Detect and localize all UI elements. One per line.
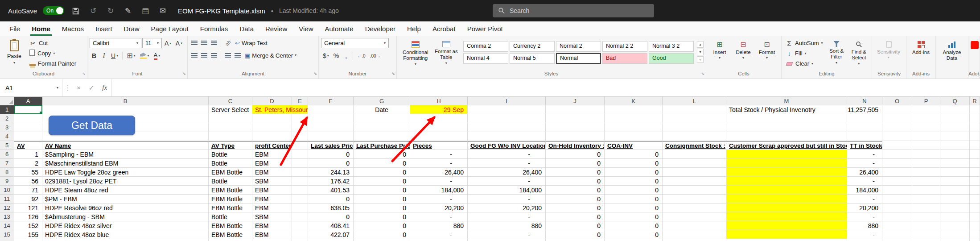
menu-tab-page-layout[interactable]: Page Layout [145,21,194,36]
cell-N10[interactable]: 184,000 [847,186,882,195]
cell-F2[interactable] [308,114,354,123]
cell-N15[interactable]: - [847,230,882,239]
format-cells-button[interactable]: ⊡Format▾ [756,38,778,70]
cell-C10[interactable]: EBM Bottle [209,186,252,195]
cell-M11[interactable] [726,195,847,204]
cell-J15[interactable]: 0 [546,230,605,239]
cell-Q9[interactable] [940,177,970,186]
style-good[interactable]: Good [649,53,694,64]
cell-Q10[interactable] [940,186,970,195]
cell-N3[interactable] [847,123,882,132]
cell-I2[interactable] [468,114,546,123]
cell-Q8[interactable] [940,168,970,177]
cell-D6[interactable]: EBM [252,150,292,159]
cell-Q12[interactable] [940,204,970,212]
cell-M12[interactable] [726,204,847,212]
cell-Q7[interactable] [940,159,970,168]
cell-M7[interactable] [726,159,847,168]
cell-F3[interactable] [308,123,354,132]
cell-C3[interactable] [209,123,252,132]
row-header-6[interactable]: 6 [0,150,14,159]
column-header-R[interactable]: R [970,97,980,105]
cell-G13[interactable]: 0 [354,212,410,221]
cell-C1[interactable]: Server Select [209,105,252,114]
cell-H6[interactable]: - [410,150,468,159]
cell-A9[interactable]: 56 [14,177,42,186]
cell-H8[interactable]: 26,400 [410,168,468,177]
italic-button[interactable]: I [99,51,108,61]
cell-K5[interactable]: COA-INV [605,141,663,150]
cell-A10[interactable]: 71 [14,186,42,195]
menu-tab-insert[interactable]: Insert [90,21,118,36]
cell-J1[interactable] [546,105,605,114]
cell-R13[interactable] [970,212,980,221]
cell-N16[interactable] [847,239,882,241]
cell-B16[interactable] [42,239,209,241]
cell-L5[interactable]: Consignment Stock : [663,141,726,150]
cell-F14[interactable]: 408.41 [308,221,354,230]
menu-tab-home[interactable]: Home [26,21,56,36]
cell-H12[interactable]: 20,200 [410,204,468,212]
cell-E16[interactable] [292,239,308,241]
cell-L6[interactable] [663,150,726,159]
cell-C15[interactable]: EBM Bottle [209,230,252,239]
column-header-M[interactable]: M [726,97,847,105]
column-header-G[interactable]: G [354,97,410,105]
cell-F10[interactable]: 401.53 [308,186,354,195]
cell-I11[interactable]: - [468,195,546,204]
cell-O3[interactable] [882,123,912,132]
save-icon[interactable] [70,7,82,15]
borders-button[interactable]: ⊞▾ [125,51,137,61]
cell-I5[interactable]: Good FG W/o INV Location : [468,141,546,150]
cell-E7[interactable] [292,159,308,168]
column-header-C[interactable]: C [209,97,252,105]
cell-R12[interactable] [970,204,980,212]
styles-dialog-launcher[interactable]: ⇘ [701,71,704,77]
cell-A7[interactable]: 2 [14,159,42,168]
copy-button[interactable]: Copy▾ [28,48,78,58]
cell-L1[interactable] [663,105,726,114]
cell-F11[interactable]: 0 [308,195,354,204]
menu-tab-automate[interactable]: Automate [319,21,359,36]
cell-J14[interactable]: 0 [546,221,605,230]
cell-P6[interactable] [912,150,940,159]
cell-Q14[interactable] [940,221,970,230]
cell-J3[interactable] [546,123,605,132]
cell-E3[interactable] [292,123,308,132]
cell-F5[interactable]: Last sales Price [308,141,354,150]
cell-G11[interactable]: 0 [354,195,410,204]
last-modified[interactable]: Last Modified: 4h ago [279,7,339,14]
cell-I8[interactable]: 26,400 [468,168,546,177]
cell-I15[interactable]: - [468,230,546,239]
cell-K16[interactable] [605,239,663,241]
cell-P16[interactable] [912,239,940,241]
cell-G16[interactable] [354,239,410,241]
gallery-up-button[interactable]: ▴ [697,41,704,48]
decrease-decimal-button[interactable]: .00→ [368,51,383,61]
column-header-I[interactable]: I [468,97,546,105]
column-header-O[interactable]: O [882,97,912,105]
percent-style-button[interactable]: % [332,51,341,61]
column-header-J[interactable]: J [546,97,605,105]
cell-C5[interactable]: AV Type [209,141,252,150]
cell-O16[interactable] [882,239,912,241]
font-name-select[interactable]: Calibri▾ [90,38,141,48]
cell-L10[interactable] [663,186,726,195]
cell-K7[interactable]: 0 [605,159,663,168]
cell-H5[interactable]: Pieces [410,141,468,150]
paste-button[interactable]: Paste ▾ [2,38,26,69]
cell-I13[interactable]: - [468,212,546,221]
style-normal-2[interactable]: Normal 2 [556,41,601,52]
insert-function-button[interactable]: fx [102,84,107,91]
increase-indent-button[interactable] [233,51,242,60]
cell-L9[interactable] [663,177,726,186]
cell-E15[interactable] [292,230,308,239]
cell-Q16[interactable] [940,239,970,241]
cell-J11[interactable]: 0 [546,195,605,204]
cell-J10[interactable]: 0 [546,186,605,195]
menu-tab-view[interactable]: View [293,21,319,36]
cell-C14[interactable]: EBM Bottle [209,221,252,230]
cell-O14[interactable] [882,221,912,230]
menu-tab-data[interactable]: Data [234,21,259,36]
menu-tab-macros[interactable]: Macros [56,21,90,36]
